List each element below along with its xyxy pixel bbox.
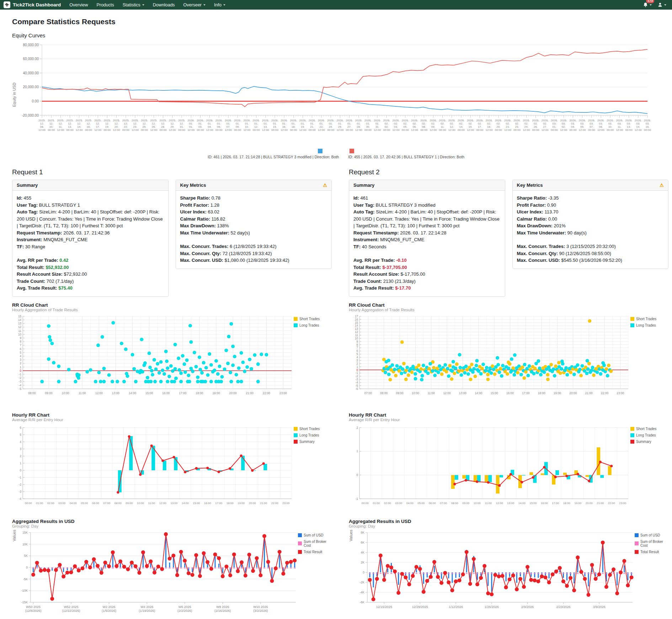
- aggregated-chart: -15K-10K-5K05K10K15KW50 2025(12/8/2025)W…: [16, 530, 298, 619]
- svg-text:17:00: 17:00: [215, 502, 223, 505]
- svg-text:16:00: 16:00: [204, 502, 212, 505]
- svg-text:-4: -4: [19, 383, 22, 387]
- legend-item[interactable]: Short Trades: [630, 317, 664, 321]
- hourly-rr-subtitle: Average R/R per Entry Hour: [12, 418, 332, 422]
- nav-item-overview[interactable]: Overview: [69, 2, 88, 7]
- svg-text:2026.01.30.00:00: 2026.01.30.00:00: [364, 119, 372, 132]
- aggregated-title: Aggregated Results in USD: [12, 519, 332, 524]
- request-1-column: Request 1 Summary Id: 455User Tag: BULL …: [12, 159, 332, 619]
- legend-swatch: [630, 427, 634, 431]
- legend-item[interactable]: Short Trades: [294, 427, 327, 431]
- svg-text:(2/16/2026): (2/16/2026): [214, 609, 231, 613]
- notifications-button[interactable]: 173: [643, 2, 652, 7]
- svg-text:07:00: 07:00: [364, 391, 372, 395]
- legend-swatch-blue[interactable]: [318, 149, 322, 153]
- key-metrics-card-body: Sharpe Ratio: 0.78Profit Factor: 1.28Ulc…: [176, 191, 332, 269]
- metric-line: Instrument: MNQM26_FUT_CME: [353, 236, 501, 243]
- nav-item-overseer[interactable]: Overseer: [183, 2, 206, 7]
- user-menu-button[interactable]: [657, 2, 666, 7]
- svg-text:16:00: 16:00: [162, 391, 170, 395]
- legend-label[interactable]: ID: 461 | 2026. 03. 17. 21:14:28 | BULL …: [208, 155, 339, 159]
- svg-text:04:00: 04:00: [406, 502, 414, 505]
- legend-item[interactable]: Short Trades: [294, 317, 327, 321]
- svg-text:08:00: 08:00: [28, 391, 36, 395]
- svg-text:6: 6: [20, 426, 21, 429]
- summary-card-body: Id: 455User Tag: BULL STRATEGY 1Auto Tag…: [12, 191, 168, 296]
- svg-text:23:00: 23:00: [617, 391, 624, 395]
- rr-cloud-subtitle: Hourly Aggregation of Trade Results: [349, 308, 668, 312]
- svg-text:18:00: 18:00: [196, 391, 203, 395]
- svg-text:2026.02.27.12:00: 2026.02.27.12:00: [542, 119, 549, 132]
- legend-item[interactable]: Long Trades: [294, 433, 327, 437]
- svg-text:-10K: -10K: [21, 589, 28, 592]
- legend-item[interactable]: Sum of USD: [635, 533, 668, 537]
- metric-line: Max Time Underwater: 52 day(s): [180, 229, 327, 237]
- svg-text:08:00: 08:00: [114, 502, 122, 505]
- svg-text:5: 5: [20, 351, 21, 354]
- legend-swatch: [294, 433, 298, 437]
- legend-item[interactable]: Long Trades: [294, 323, 327, 327]
- svg-text:20,000.00: 20,000.00: [23, 85, 39, 89]
- svg-text:19:00: 19:00: [574, 502, 582, 505]
- legend-item[interactable]: Long Trades: [630, 323, 664, 327]
- svg-text:-2K: -2K: [360, 581, 365, 584]
- metric-line: Max. Concurr. Trades: 3 (12/15/2025 20:3…: [517, 243, 664, 250]
- brand[interactable]: Tick2Tick Dashboard: [4, 1, 61, 8]
- aggregated-y-axis-title: Values: [12, 530, 16, 541]
- nav-item-downloads[interactable]: Downloads: [153, 2, 175, 7]
- svg-text:14: 14: [18, 318, 22, 322]
- legend-item[interactable]: Sum of USD: [298, 533, 332, 537]
- svg-text:2026.01.07.12:00: 2026.01.07.12:00: [225, 119, 232, 132]
- svg-text:-5: -5: [19, 387, 22, 390]
- svg-text:2026.02.09.12:00: 2026.02.09.12:00: [430, 119, 437, 132]
- svg-text:12:00: 12:00: [159, 502, 167, 505]
- svg-text:2026.01.01.12:00: 2026.01.01.12:00: [187, 119, 195, 132]
- legend-label[interactable]: ID: 455 | 2026. 03. 17. 20:42:36 | BULL …: [348, 155, 464, 159]
- svg-text:-2: -2: [19, 376, 22, 380]
- svg-text:-15K: -15K: [21, 601, 28, 604]
- request-2-column: Request 2 Summary Id: 461User Tag: BULL …: [349, 159, 668, 619]
- spacer: [17, 250, 164, 257]
- metric-line: Max. Concurr. USD: $1,080.00 (12/8/2025 …: [180, 257, 327, 264]
- svg-text:2026.02.23.00:00: 2026.02.23.00:00: [513, 119, 521, 132]
- legend-item[interactable]: Summary: [294, 440, 327, 444]
- svg-text:21:00: 21:00: [246, 391, 254, 395]
- svg-text:0: 0: [356, 473, 358, 477]
- nav-item-info[interactable]: Info: [214, 2, 225, 7]
- nav-item-statistics[interactable]: Statistics: [123, 2, 144, 7]
- svg-text:11:00: 11:00: [148, 502, 155, 505]
- legend-item[interactable]: Sum of Broker Cost: [298, 540, 332, 547]
- svg-text:18:00: 18:00: [538, 391, 545, 395]
- legend-item[interactable]: Long Trades: [630, 433, 664, 437]
- svg-text:12: 12: [355, 330, 358, 334]
- legend-item[interactable]: Total Result: [298, 550, 332, 554]
- svg-text:8K: 8K: [361, 531, 365, 534]
- svg-text:2025.12.16.00:00: 2025.12.16.00:00: [85, 119, 92, 132]
- svg-text:-6K: -6K: [360, 601, 365, 604]
- svg-text:2026.03.02.12:00: 2026.03.02.12:00: [560, 119, 567, 132]
- svg-text:19:00: 19:00: [554, 391, 561, 395]
- svg-text:8: 8: [20, 340, 21, 343]
- svg-text:06:00: 06:00: [92, 502, 100, 505]
- legend-item[interactable]: Sum of Broker Cost: [635, 540, 668, 547]
- svg-text:12/29/2025: 12/29/2025: [412, 605, 428, 609]
- svg-text:2025.12.28.00:00: 2025.12.28.00:00: [160, 119, 167, 132]
- svg-text:(2/2/2026): (2/2/2026): [177, 609, 192, 613]
- svg-text:5: 5: [20, 433, 21, 436]
- svg-text:2/23/2026: 2/23/2026: [556, 605, 570, 609]
- svg-text:12:00: 12:00: [95, 391, 103, 395]
- legend-swatch-red[interactable]: [350, 149, 354, 153]
- summary-card-body: Id: 461User Tag: BULL STRATEGY 3 modifie…: [349, 191, 505, 296]
- legend-swatch: [294, 323, 298, 327]
- metric-line: Profit Factor: 0.90: [517, 202, 664, 209]
- svg-text:4: 4: [20, 355, 21, 358]
- svg-text:14:00: 14:00: [129, 391, 137, 395]
- svg-text:17:00: 17:00: [522, 391, 530, 395]
- legend-item[interactable]: Total Result: [635, 550, 668, 554]
- svg-text:2025.12.23.12:00: 2025.12.23.12:00: [132, 119, 139, 132]
- legend-item[interactable]: Short Trades: [630, 427, 664, 431]
- legend-item[interactable]: Summary: [630, 440, 664, 444]
- hourly-rr-title: Hourly RR Chart: [349, 412, 668, 418]
- svg-text:2026.01.04.12:00: 2026.01.04.12:00: [206, 119, 214, 132]
- nav-item-products[interactable]: Products: [96, 2, 114, 7]
